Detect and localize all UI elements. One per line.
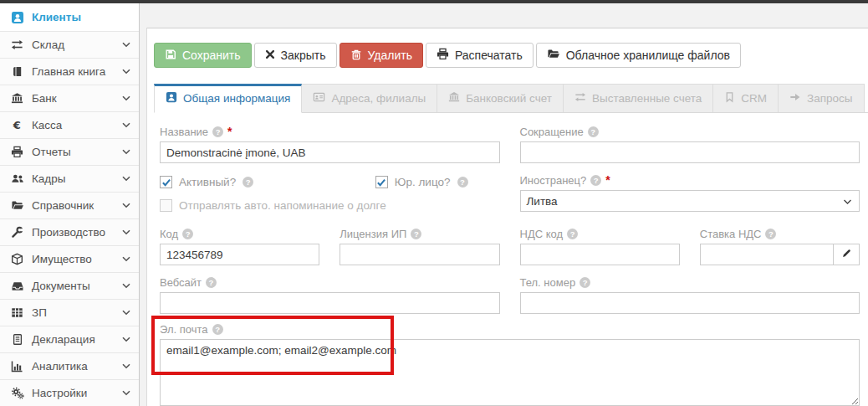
foreigner-select[interactable]: Литва — [520, 190, 860, 212]
sidebar-item-general-ledger[interactable]: Главная книга — [0, 59, 139, 85]
chevron-down-icon — [122, 363, 130, 369]
toolbar: Сохранить Закрыть Удалить Распечатать Об… — [147, 28, 868, 68]
close-icon — [265, 49, 275, 62]
tab-crm[interactable]: CRM — [712, 84, 779, 112]
field-abbreviation: Сокращение — [520, 125, 860, 163]
chevron-down-icon — [122, 176, 130, 182]
field-label: Код — [160, 227, 319, 240]
checkbox-checked-icon — [160, 176, 172, 188]
save-icon — [165, 49, 176, 63]
sidebar-item-production[interactable]: Производство — [0, 219, 139, 246]
cloud-storage-button[interactable]: Облачное хранилище файлов — [536, 43, 741, 68]
field-label: Название * — [160, 125, 500, 138]
help-question-icon[interactable] — [590, 175, 601, 186]
code-input[interactable] — [160, 244, 319, 265]
field-email: Эл. почта email1@example.com; email2@exa… — [160, 322, 860, 406]
field-code: Код — [160, 227, 319, 265]
gears-icon — [10, 387, 24, 399]
sidebar-item-directory[interactable]: Справочник — [0, 193, 139, 219]
help-question-icon[interactable] — [580, 277, 590, 288]
sidebar-item-assets[interactable]: Имущество — [0, 246, 139, 273]
tab-requests[interactable]: Запросы — [778, 84, 864, 112]
name-input[interactable] — [160, 141, 500, 163]
sidebar-item-hr[interactable]: Кадры — [0, 166, 139, 193]
field-label: Иностранец? * — [520, 173, 860, 187]
sidebar-item-label: Клиенты — [32, 11, 81, 23]
field-foreigner: Иностранец? * Литва — [520, 173, 860, 212]
help-question-icon[interactable] — [206, 277, 217, 288]
license-input[interactable] — [340, 244, 499, 265]
svg-text:€: € — [13, 119, 21, 131]
chevron-down-icon — [843, 195, 852, 208]
checkbox-checked-icon — [375, 176, 388, 188]
active-checkbox[interactable]: Активный? — [160, 176, 253, 188]
sidebar-item-label: ЗП — [32, 306, 47, 319]
sidebar-item-declaration[interactable]: Декларация — [0, 326, 139, 353]
chevron-down-icon — [122, 122, 130, 128]
printer-icon — [437, 48, 449, 63]
sidebar-item-label: Настройки — [32, 387, 87, 399]
auto-reminder-checkbox[interactable]: Отправлять авто. напоминание о долге — [160, 199, 500, 212]
email-textarea[interactable]: email1@example.com; email2@example.com — [160, 339, 860, 406]
sidebar-item-label: Производство — [32, 226, 105, 239]
euro-icon: € — [10, 119, 24, 131]
tab-bar: Общая информация Адреса, филиалы Банковс… — [154, 84, 868, 113]
folder-open-icon — [10, 199, 24, 212]
help-question-icon[interactable] — [588, 126, 599, 137]
exchange-icon — [574, 91, 586, 105]
help-question-icon[interactable] — [765, 229, 776, 239]
tab-bank-account[interactable]: Банковский счет — [437, 84, 564, 112]
chevron-down-icon — [122, 337, 130, 342]
save-button[interactable]: Сохранить — [154, 43, 252, 68]
sidebar-item-reports[interactable]: Отчеты — [0, 139, 139, 166]
help-question-icon[interactable] — [212, 324, 223, 335]
help-question-icon[interactable] — [457, 177, 468, 188]
id-card-icon — [313, 91, 325, 105]
help-question-icon[interactable] — [243, 177, 253, 188]
chevron-down-icon — [122, 229, 130, 235]
delete-button[interactable]: Удалить — [340, 43, 423, 68]
sidebar-item-settings[interactable]: Настройки — [0, 380, 139, 406]
field-website: Вебсайт — [160, 275, 500, 314]
sidebar-item-documents[interactable]: Документы — [0, 273, 139, 300]
abbreviation-input[interactable] — [520, 141, 860, 163]
phone-input[interactable] — [520, 292, 860, 314]
help-question-icon[interactable] — [411, 229, 421, 239]
bar-chart-icon — [10, 360, 24, 373]
sidebar-item-bank[interactable]: Банк — [0, 85, 139, 112]
legal-entity-checkbox[interactable]: Юр. лицо? — [375, 176, 468, 188]
file-text-icon — [10, 333, 24, 346]
chevron-down-icon — [122, 256, 130, 262]
required-asterisk: * — [605, 176, 610, 184]
arrow-right-icon — [789, 91, 801, 105]
main-content: Сохранить Закрыть Удалить Распечатать Об… — [140, 3, 868, 406]
bookmark-icon — [724, 91, 735, 105]
close-button[interactable]: Закрыть — [254, 43, 337, 68]
vat-rate-input[interactable] — [700, 244, 833, 265]
field-label: Сокращение — [520, 125, 860, 138]
help-question-icon[interactable] — [567, 229, 578, 239]
exchange-icon — [10, 39, 24, 51]
website-input[interactable] — [160, 292, 500, 314]
sidebar-item-analytics[interactable]: Аналитика — [0, 353, 139, 380]
chevron-down-icon — [122, 149, 130, 155]
chevron-down-icon — [122, 69, 130, 75]
sidebar-item-label: Документы — [32, 280, 90, 292]
field-label: Эл. почта — [160, 322, 860, 336]
sidebar-item-cash[interactable]: € Касса — [0, 112, 139, 139]
help-question-icon[interactable] — [212, 126, 223, 137]
tab-issued-invoices[interactable]: Выставленные счета — [563, 84, 713, 112]
sidebar-item-payroll[interactable]: ЗП — [0, 300, 139, 326]
sidebar-item-warehouse[interactable]: Склад — [0, 32, 139, 59]
vat-rate-edit-button[interactable] — [833, 244, 860, 265]
sidebar-item-label: Справочник — [32, 199, 94, 212]
tab-addresses[interactable]: Адреса, филиалы — [301, 84, 437, 112]
sidebar-item-clients[interactable]: Клиенты — [0, 3, 139, 32]
checkbox-unchecked-icon — [160, 199, 172, 212]
general-info-form: Название * Сокращение — [147, 113, 868, 406]
tab-general-info[interactable]: Общая информация — [154, 84, 302, 113]
vat-code-input[interactable] — [520, 244, 680, 265]
help-question-icon[interactable] — [182, 229, 193, 239]
chevron-down-icon — [122, 283, 130, 289]
print-button[interactable]: Распечатать — [426, 43, 534, 68]
